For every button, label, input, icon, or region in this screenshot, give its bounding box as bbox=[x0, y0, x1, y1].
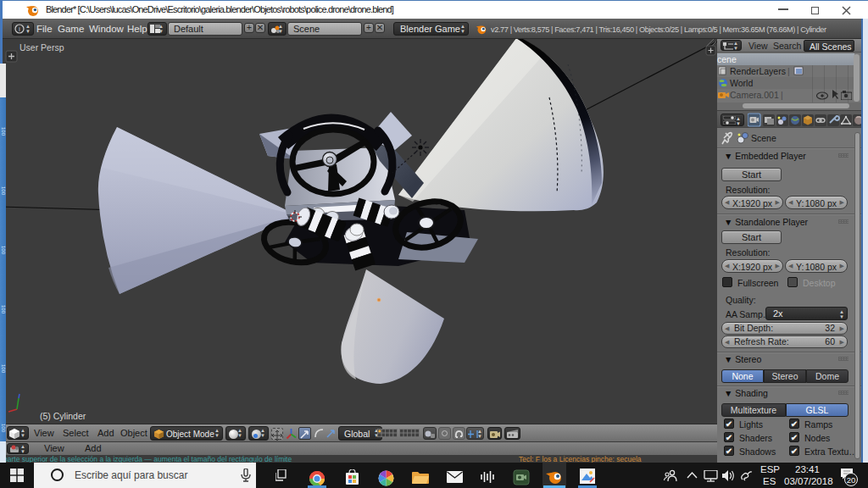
svg-text:i: i bbox=[19, 25, 20, 33]
